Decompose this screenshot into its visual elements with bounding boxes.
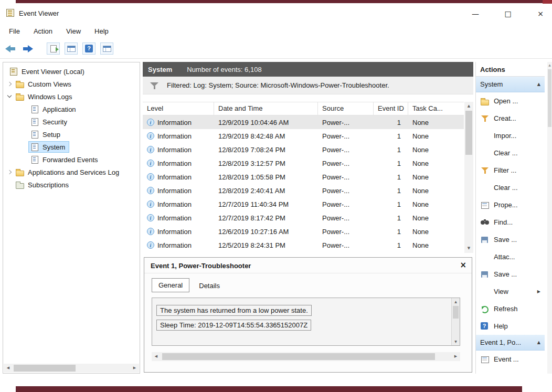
collapse-icon[interactable]	[537, 340, 540, 345]
forward-arrow-icon[interactable]	[22, 45, 33, 52]
menu-item[interactable]: Action	[27, 24, 59, 38]
tree-horizontal-scrollbar[interactable]: ◀ ▶	[4, 364, 139, 373]
action-item[interactable]: Event ...	[476, 351, 545, 368]
information-icon	[147, 160, 154, 167]
actions-section-header[interactable]: Event 1, Po...	[476, 335, 545, 351]
action-item[interactable]: Clear ...	[476, 144, 545, 162]
action-item[interactable]: Creat...	[476, 110, 545, 127]
tree-item[interactable]: Windows Logs	[3, 90, 140, 103]
level-text: Information	[157, 187, 192, 195]
tree-item[interactable]: Security	[3, 115, 140, 128]
export-log-button[interactable]	[47, 43, 60, 55]
scroll-right-icon[interactable]: ▶	[130, 364, 139, 373]
tree-item[interactable]: System	[3, 141, 140, 153]
menu-item[interactable]: File	[2, 24, 27, 38]
tree-item-label: Windows Logs	[28, 93, 72, 101]
scroll-down-icon[interactable]: ▼	[464, 244, 473, 253]
menu-item[interactable]: View	[59, 24, 88, 38]
console-window-button[interactable]	[65, 43, 78, 55]
tree-item-label: Custom Views	[28, 80, 71, 88]
collapse-icon[interactable]	[537, 82, 540, 87]
help-toolbar-button[interactable]: ?	[82, 43, 95, 55]
events-count: Number of events: 6,108	[187, 66, 261, 73]
close-details-icon[interactable]: ×	[460, 260, 466, 270]
table-row[interactable]: Information 12/9/2019 10:04:46 AM Power-…	[143, 115, 464, 129]
action-item[interactable]: Filter ...	[476, 162, 545, 179]
chevron-right-icon[interactable]	[6, 81, 14, 87]
table-row[interactable]: Information 12/9/2019 8:42:48 AM Power-.…	[143, 129, 464, 143]
datetime-cell: 12/7/2019 11:40:34 PM	[214, 200, 318, 208]
scroll-left-icon[interactable]: ◀	[152, 352, 161, 361]
action-item[interactable]: View	[476, 283, 545, 300]
action-item[interactable]: Clear ...	[476, 179, 545, 196]
scroll-up-icon[interactable]: ▲	[547, 63, 552, 67]
column-header[interactable]: Date and Time	[214, 102, 318, 115]
tree-item[interactable]: Event Viewer (Local)	[3, 65, 140, 78]
tree-item[interactable]: Custom Views	[3, 78, 140, 90]
column-header[interactable]: Source	[318, 102, 374, 115]
action-item[interactable]: Save ...	[476, 266, 545, 283]
tree-item[interactable]: Forwarded Events	[3, 153, 140, 166]
scroll-up-icon[interactable]: ▲	[452, 298, 460, 305]
column-header[interactable]: Level	[143, 102, 214, 115]
subscriptions-icon	[15, 181, 25, 189]
maximize-button[interactable]: □	[501, 8, 515, 19]
table-row[interactable]: Information 12/8/2019 2:40:41 AM Power-.…	[143, 184, 464, 197]
table-row[interactable]: Information 12/7/2019 11:40:34 PM Power-…	[143, 197, 464, 211]
details-horizontal-scrollbar[interactable]: ◀ ▶	[152, 352, 460, 361]
back-arrow-icon[interactable]	[5, 45, 17, 52]
event-list-scrollbar[interactable]: ▲ ▼	[464, 102, 473, 253]
scroll-right-icon[interactable]: ▶	[451, 352, 460, 361]
actions-section-header[interactable]: System	[476, 77, 545, 92]
scrollbar-thumb[interactable]	[548, 69, 551, 127]
table-row[interactable]: Information 12/8/2019 3:12:57 PM Power-.…	[143, 156, 464, 170]
minimize-button[interactable]: —	[468, 8, 483, 19]
action-item[interactable]: Impor...	[476, 127, 545, 144]
scroll-left-icon[interactable]: ◀	[4, 364, 13, 373]
action-pane-button[interactable]	[100, 43, 113, 55]
details-tab[interactable]: General	[152, 278, 189, 292]
actions-scrollbar[interactable]: ▲	[547, 62, 552, 374]
close-button[interactable]: ×	[533, 8, 548, 19]
action-item[interactable]: Open ...	[476, 92, 545, 110]
table-row[interactable]: Information 12/8/2019 7:08:24 PM Power-.…	[143, 143, 464, 156]
column-header[interactable]: Event ID	[374, 102, 408, 115]
column-header[interactable]: Task Ca...	[408, 102, 464, 115]
tree-item[interactable]: Applications and Services Log	[3, 166, 140, 178]
scrollbar-thumb[interactable]	[162, 353, 435, 360]
no-icon	[480, 132, 490, 140]
information-icon	[147, 119, 154, 126]
table-row[interactable]: Information 12/5/2019 8:24:31 PM Power-.…	[143, 238, 464, 252]
scrollbar-thumb[interactable]	[453, 306, 459, 319]
chevron-right-icon[interactable]	[6, 169, 14, 175]
scrollbar-thumb[interactable]	[465, 111, 472, 155]
tree-item[interactable]: Setup	[3, 128, 140, 141]
tree-item[interactable]: Application	[3, 103, 140, 115]
details-tab[interactable]: Details	[193, 279, 226, 292]
menu-item[interactable]: Help	[88, 24, 115, 38]
action-item[interactable]: Help	[476, 317, 545, 335]
action-item[interactable]: Prope...	[476, 196, 545, 214]
action-item[interactable]: Refresh	[476, 300, 545, 317]
tree-item[interactable]: Subscriptions	[3, 178, 140, 191]
action-item[interactable]: Attac...	[476, 248, 545, 266]
action-item-label: Event ...	[494, 355, 540, 363]
chevron-down-icon[interactable]	[6, 93, 14, 100]
action-item[interactable]: Save ...	[476, 231, 545, 248]
task-category-cell: None	[408, 160, 464, 167]
scrollbar-thumb[interactable]	[14, 365, 76, 372]
action-item-label: Filter ...	[494, 166, 540, 174]
details-vertical-scrollbar[interactable]: ▲ ▼	[451, 298, 460, 345]
table-row[interactable]: Information 12/8/2019 1:05:58 PM Power-.…	[143, 170, 464, 184]
scroll-down-icon[interactable]: ▼	[452, 338, 460, 345]
event-details-pane: Event 1, Power-Troubleshooter × GeneralD…	[144, 257, 472, 373]
source-cell: Power-...	[318, 228, 374, 236]
action-item[interactable]: Find...	[476, 214, 545, 231]
table-row[interactable]: Information 12/7/2019 8:17:42 PM Power-.…	[143, 211, 464, 225]
table-row[interactable]: Information 12/6/2019 10:27:16 AM Power-…	[143, 225, 464, 238]
event-id-cell: 1	[374, 228, 408, 236]
expander-icon[interactable]	[6, 182, 14, 188]
scroll-up-icon[interactable]: ▲	[464, 102, 473, 111]
task-category-cell: None	[408, 173, 464, 181]
tree-body: Event Viewer (Local) Custom Views Window…	[3, 62, 140, 191]
